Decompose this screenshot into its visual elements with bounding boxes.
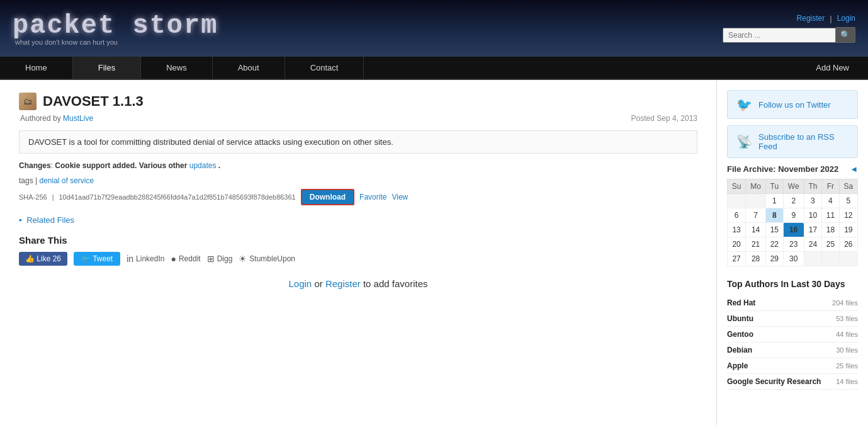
content-area: 🗂 DAVOSET 1.1.3 Authored by MustLive Pos… [0,80,717,425]
author-count: 14 files [836,378,858,385]
author-count: 204 files [832,299,858,307]
cal-day[interactable]: 19 [839,223,857,237]
cal-day[interactable]: 21 [746,237,766,252]
login-link[interactable]: Login [837,14,855,23]
related-files-link[interactable]: ▪ Related Files [19,215,74,225]
share-buttons: 👍 Like 26 🐦 Tweet in LinkedIn ● Reddit ⊞ [19,252,697,266]
download-button[interactable]: Download [301,189,354,205]
cal-day[interactable]: 13 [728,223,746,237]
author-row[interactable]: Debian30 files [727,343,858,358]
cal-day[interactable]: 15 [765,223,783,237]
author-row[interactable]: Ubuntu53 files [727,311,858,327]
twitter-icon: 🐦 [736,97,752,112]
cal-day[interactable]: 3 [804,194,821,208]
linkedin-link[interactable]: in LinkedIn [127,254,164,264]
stumbleupon-link[interactable]: ☀ StumbleUpon [239,254,295,264]
calendar-header: File Archive: November 2022 ◄ [727,164,858,174]
cal-tu: Tu [765,179,783,194]
view-button[interactable]: View [392,193,408,201]
site-logo[interactable]: packet storm [13,11,218,41]
cal-day[interactable]: 5 [839,194,857,208]
top-authors-section: Top Authors In Last 30 Days Red Hat204 f… [727,279,858,390]
header-right: Register | Login 🔍 [723,14,855,43]
cal-day[interactable]: 4 [822,194,840,208]
cal-day[interactable]: 28 [746,252,766,266]
facebook-button[interactable]: 👍 Like 26 [19,252,67,266]
nav-about[interactable]: About [213,57,285,79]
favorite-button[interactable]: Favorite [359,193,386,201]
cal-highlight[interactable]: 8 [765,208,783,223]
cal-day[interactable]: 12 [839,208,857,223]
file-sha: SHA-256 | 10d41aad71b7f29eaadbb288245f66… [19,189,697,205]
search-bar: 🔍 [723,27,855,43]
author-row[interactable]: Red Hat204 files [727,295,858,311]
author-name: Ubuntu [727,314,753,323]
cal-day[interactable]: 10 [804,208,821,223]
site-tagline: what you don't know can hurt you [15,38,218,46]
cal-day[interactable]: 1 [765,194,783,208]
author-row[interactable]: Google Security Research14 files [727,374,858,390]
cal-day[interactable]: 6 [728,208,746,223]
search-button[interactable]: 🔍 [836,27,855,43]
file-tags: tags | denial of service [19,176,697,185]
twitter-card[interactable]: 🐦 Follow us on Twitter [727,90,858,119]
calendar-section: File Archive: November 2022 ◄ Su Mo Tu W… [727,164,858,266]
sha-value: 10d41aad71b7f29eaadbb288245f66fdd4a7a1d2… [59,193,296,201]
cal-day[interactable]: 24 [804,237,821,252]
share-title: Share This [19,235,697,246]
reddit-link[interactable]: ● Reddit [171,254,200,264]
register-link-content[interactable]: Register [325,278,361,289]
search-input[interactable] [723,28,836,43]
author-count: 25 files [836,362,858,370]
register-link[interactable]: Register [797,14,825,23]
author-count: 44 files [836,331,858,338]
rss-link[interactable]: Subscribe to an RSS Feed [758,132,848,151]
cal-day[interactable]: 26 [839,237,857,252]
related-files-section: ▪ Related Files [19,215,697,225]
digg-link[interactable]: ⊞ Digg [207,254,233,264]
author-count: 30 files [836,346,858,354]
cal-day[interactable]: 25 [822,237,840,252]
rss-icon: 📡 [736,134,752,149]
cal-day[interactable]: 22 [765,237,783,252]
nav-contact[interactable]: Contact [285,57,364,79]
changes-link[interactable]: updates [189,161,217,170]
login-link-content[interactable]: Login [289,278,312,289]
cal-day[interactable]: 20 [728,237,746,252]
nav-home[interactable]: Home [0,57,73,79]
tweet-button[interactable]: 🐦 Tweet [74,252,120,266]
nav-add-new[interactable]: Add New [797,57,868,79]
rss-card[interactable]: 📡 Subscribe to an RSS Feed [727,125,858,158]
cal-mo: Mo [746,179,766,194]
cal-day[interactable]: 2 [783,194,804,208]
cal-we: We [783,179,804,194]
cal-day[interactable]: 30 [783,252,804,266]
calendar-title: File Archive: November 2022 [727,164,838,174]
author-name: Debian [727,346,752,354]
cal-day[interactable]: 11 [822,208,840,223]
cal-day[interactable]: 27 [728,252,746,266]
author-row[interactable]: Gentoo44 files [727,327,858,343]
cal-day[interactable]: 18 [822,223,840,237]
nav-news[interactable]: News [141,57,213,79]
twitter-link[interactable]: Follow us on Twitter [758,100,831,110]
cal-today[interactable]: 16 [783,223,804,237]
author-link[interactable]: MustLive [63,114,93,123]
cal-day[interactable]: 17 [804,223,821,237]
author-row[interactable]: Apple25 files [727,358,858,374]
changes-text: Cookie support added. Various other [55,161,187,170]
cal-su: Su [728,179,746,194]
cal-day[interactable]: 29 [765,252,783,266]
site-header: packet storm what you don't know can hur… [0,0,868,57]
cal-sa: Sa [839,179,857,194]
top-authors-title: Top Authors In Last 30 Days [727,279,858,289]
cal-day[interactable]: 9 [783,208,804,223]
cal-day[interactable]: 14 [746,223,766,237]
cal-day[interactable]: 23 [783,237,804,252]
calendar-prev[interactable]: ◄ [850,164,858,174]
nav-files[interactable]: Files [73,57,141,79]
tag-link[interactable]: denial of service [39,176,94,185]
cal-day[interactable]: 7 [746,208,766,223]
author-count: 53 files [836,315,858,322]
author-name: Gentoo [727,330,753,339]
